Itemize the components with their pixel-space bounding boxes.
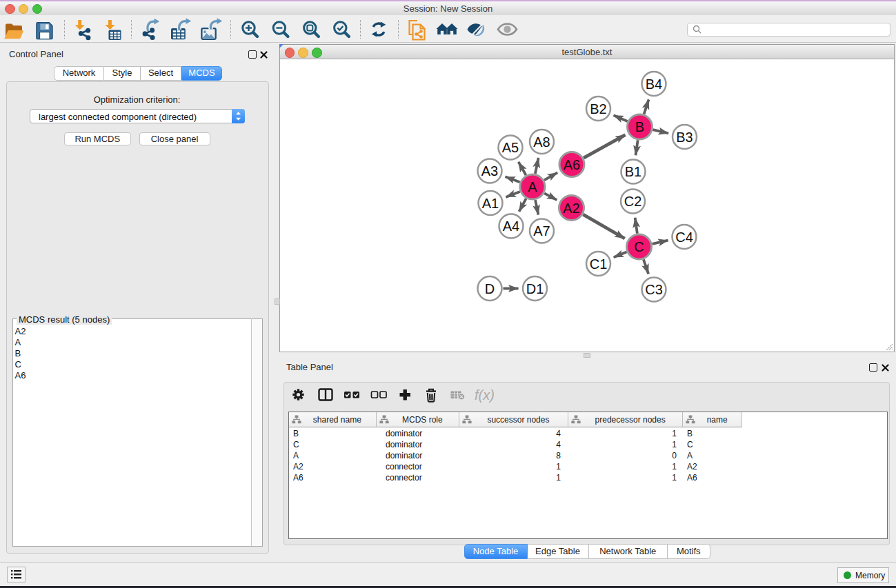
- svg-text:D1: D1: [526, 281, 544, 296]
- svg-text:C1: C1: [590, 256, 608, 271]
- svg-text:B4: B4: [646, 76, 662, 91]
- svg-text:B3: B3: [676, 129, 693, 144]
- svg-text:A4: A4: [503, 219, 519, 234]
- svg-text:A2: A2: [563, 200, 579, 215]
- svg-text:f(x): f(x): [475, 387, 495, 403]
- svg-text:A: A: [528, 179, 537, 194]
- svg-text:B: B: [635, 119, 644, 134]
- svg-text:C3: C3: [645, 282, 663, 297]
- svg-text:C2: C2: [624, 194, 642, 209]
- svg-text:C: C: [634, 239, 644, 254]
- svg-text:A5: A5: [502, 140, 519, 155]
- svg-text:A3: A3: [481, 163, 498, 179]
- svg-text:A7: A7: [533, 223, 550, 239]
- svg-text:C4: C4: [675, 229, 693, 244]
- svg-text:B2: B2: [590, 101, 606, 116]
- svg-text:A8: A8: [533, 134, 550, 149]
- svg-text:A1: A1: [482, 195, 499, 210]
- svg-text:B1: B1: [625, 164, 641, 179]
- svg-text:A6: A6: [564, 156, 580, 172]
- svg-text:D: D: [485, 281, 495, 296]
